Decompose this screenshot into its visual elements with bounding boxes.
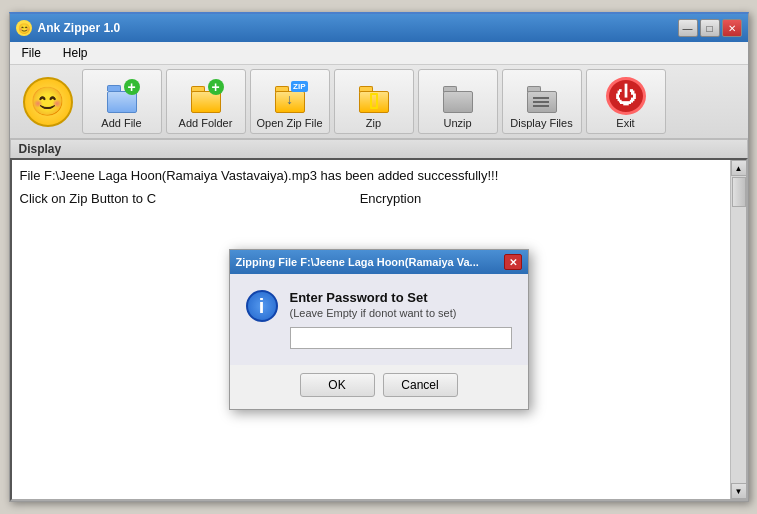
dialog-cancel-button[interactable]: Cancel xyxy=(383,373,458,397)
menu-file[interactable]: File xyxy=(16,44,47,62)
minimize-button[interactable]: — xyxy=(678,19,698,37)
add-file-icon: + xyxy=(102,77,142,115)
password-dialog: Zipping File F:\Jeene Laga Hoon(Ramaiya … xyxy=(229,249,529,410)
dialog-footer: OK Cancel xyxy=(230,365,528,409)
add-folder-icon: + xyxy=(186,77,226,115)
title-controls: — □ ✕ xyxy=(678,19,742,37)
display-files-label: Display Files xyxy=(510,117,572,129)
exit-button[interactable]: ⏻ Exit xyxy=(586,69,666,134)
add-file-label: Add File xyxy=(101,117,141,129)
display-area-container: Display File F:\Jeene Laga Hoon(Ramaiya … xyxy=(10,139,748,501)
main-window: 😊 Ank Zipper 1.0 — □ ✕ File Help 😊 + xyxy=(9,12,749,502)
zip-icon xyxy=(354,77,394,115)
add-folder-button[interactable]: + Add Folder xyxy=(166,69,246,134)
open-zip-label: Open Zip File xyxy=(256,117,322,129)
zip-button[interactable]: Zip xyxy=(334,69,414,134)
open-zip-icon: ZIP ↓ xyxy=(270,77,310,115)
zip-label: Zip xyxy=(366,117,381,129)
dialog-info-icon: i xyxy=(246,290,278,322)
dialog-subprompt: (Leave Empty if donot want to set) xyxy=(290,307,512,319)
window-title: Ank Zipper 1.0 xyxy=(38,21,121,35)
display-files-button[interactable]: Display Files xyxy=(502,69,582,134)
app-icon: 😊 xyxy=(16,20,32,36)
unzip-icon xyxy=(438,77,478,115)
unzip-label: Unzip xyxy=(443,117,471,129)
menu-help[interactable]: Help xyxy=(57,44,94,62)
add-file-button[interactable]: + Add File xyxy=(82,69,162,134)
dialog-prompt: Enter Password to Set xyxy=(290,290,512,305)
add-folder-label: Add Folder xyxy=(179,117,233,129)
menu-bar: File Help xyxy=(10,42,748,65)
display-section-label: Display xyxy=(10,139,748,158)
maximize-button[interactable]: □ xyxy=(700,19,720,37)
dialog-body: i Enter Password to Set (Leave Empty if … xyxy=(230,274,528,365)
password-input[interactable] xyxy=(290,327,512,349)
logo-face-icon: 😊 xyxy=(23,77,73,127)
exit-label: Exit xyxy=(616,117,634,129)
dialog-close-button[interactable]: ✕ xyxy=(504,254,522,270)
title-bar: 😊 Ank Zipper 1.0 — □ ✕ xyxy=(10,14,748,42)
unzip-button[interactable]: Unzip xyxy=(418,69,498,134)
dialog-overlay: Zipping File F:\Jeene Laga Hoon(Ramaiya … xyxy=(12,160,746,499)
window-close-button[interactable]: ✕ xyxy=(722,19,742,37)
title-bar-left: 😊 Ank Zipper 1.0 xyxy=(16,20,121,36)
exit-icon: ⏻ xyxy=(606,77,646,115)
dialog-content: Enter Password to Set (Leave Empty if do… xyxy=(290,290,512,349)
app-logo: 😊 xyxy=(18,69,78,134)
dialog-title: Zipping File F:\Jeene Laga Hoon(Ramaiya … xyxy=(236,256,479,268)
open-zip-button[interactable]: ZIP ↓ Open Zip File xyxy=(250,69,330,134)
dialog-ok-button[interactable]: OK xyxy=(300,373,375,397)
dialog-title-bar: Zipping File F:\Jeene Laga Hoon(Ramaiya … xyxy=(230,250,528,274)
toolbar: 😊 + Add File + Add Folder xyxy=(10,65,748,139)
display-files-icon xyxy=(522,77,562,115)
